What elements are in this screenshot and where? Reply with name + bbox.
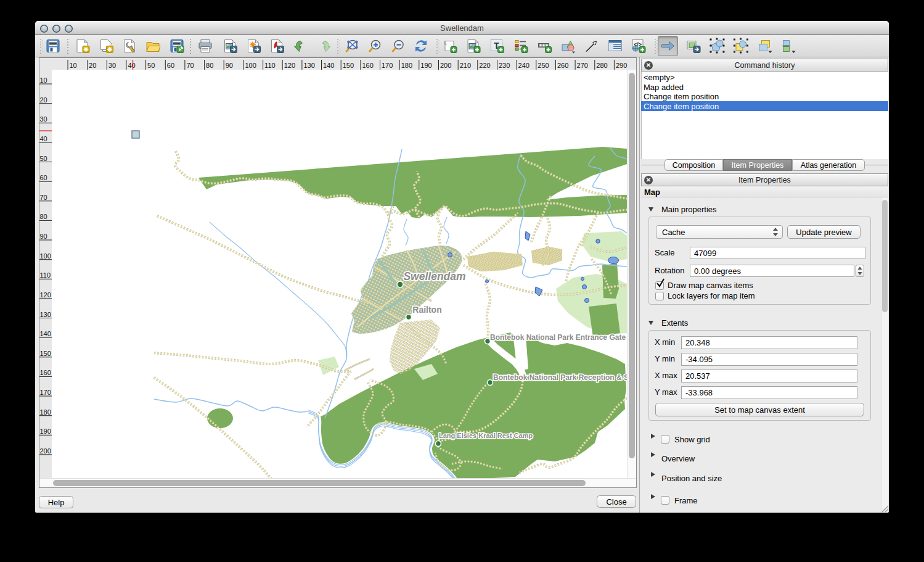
- svg-text:190: 190: [40, 428, 51, 435]
- svg-text:Bontebok National Park Recepti: Bontebok National Park Reception & S: [493, 373, 627, 382]
- svg-text:250: 250: [538, 62, 549, 69]
- svg-text:140: 140: [323, 62, 334, 69]
- svg-text:210: 210: [460, 62, 471, 69]
- svg-text:30: 30: [108, 62, 116, 69]
- svg-text:80: 80: [40, 213, 47, 220]
- svg-text:100: 100: [40, 252, 51, 260]
- svg-text:240: 240: [518, 62, 529, 69]
- svg-text:150: 150: [343, 62, 354, 69]
- svg-text:140: 140: [40, 330, 51, 337]
- svg-text:110: 110: [40, 271, 51, 279]
- svg-text:170: 170: [40, 389, 51, 396]
- svg-text:10: 10: [70, 62, 77, 69]
- svg-text:90: 90: [40, 233, 47, 240]
- svg-text:170: 170: [382, 62, 393, 69]
- svg-text:Bontebok National Park Entranc: Bontebok National Park Entrance Gate: [490, 333, 626, 342]
- svg-text:180: 180: [40, 408, 51, 416]
- svg-text:40: 40: [128, 62, 135, 69]
- svg-text:50: 50: [40, 155, 47, 162]
- svg-text:190: 190: [420, 62, 431, 69]
- svg-text:200: 200: [40, 447, 51, 455]
- svg-text:180: 180: [401, 62, 412, 69]
- svg-text:120: 120: [284, 62, 295, 69]
- svg-text:110: 110: [264, 62, 276, 69]
- svg-text:130: 130: [303, 62, 314, 69]
- svg-text:90: 90: [226, 62, 233, 69]
- svg-text:Lang Elsies Kraal Rest Camp: Lang Elsies Kraal Rest Camp: [439, 432, 533, 439]
- svg-text:230: 230: [499, 62, 510, 69]
- svg-text:70: 70: [186, 62, 194, 69]
- svg-text:260: 260: [557, 62, 568, 69]
- svg-text:60: 60: [167, 62, 174, 69]
- svg-text:60: 60: [40, 174, 47, 181]
- svg-text:160: 160: [362, 62, 373, 69]
- svg-text:130: 130: [40, 311, 51, 318]
- svg-text:280: 280: [596, 62, 607, 69]
- svg-text:50: 50: [147, 62, 155, 69]
- svg-text:20: 20: [40, 96, 47, 104]
- svg-text:100: 100: [245, 62, 256, 69]
- svg-text:150: 150: [40, 350, 51, 357]
- svg-text:160: 160: [40, 369, 51, 376]
- svg-text:30: 30: [40, 115, 47, 123]
- svg-text:40: 40: [40, 135, 47, 143]
- svg-text:220: 220: [479, 62, 490, 69]
- svg-text:200: 200: [440, 62, 451, 69]
- svg-text:Swellendam: Swellendam: [403, 270, 465, 283]
- svg-text:Railton: Railton: [412, 305, 441, 315]
- svg-text:20: 20: [89, 62, 96, 69]
- svg-text:80: 80: [206, 62, 213, 69]
- svg-text:10: 10: [40, 76, 47, 84]
- svg-text:290: 290: [616, 62, 627, 69]
- svg-text:120: 120: [40, 291, 51, 299]
- svg-text:70: 70: [40, 194, 47, 201]
- svg-text:270: 270: [577, 62, 588, 69]
